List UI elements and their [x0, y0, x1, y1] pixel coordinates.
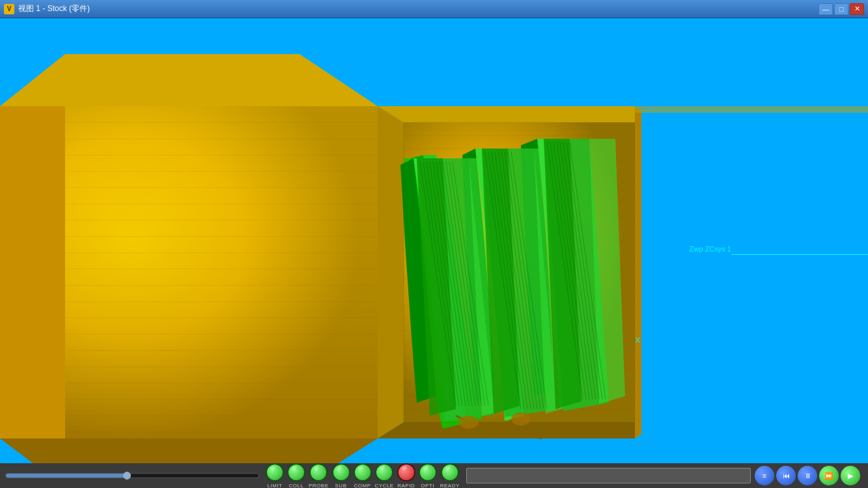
probe-button[interactable]: PROBE: [309, 463, 329, 489]
scene-svg: [0, 18, 868, 463]
svg-point-93: [459, 416, 479, 429]
axis-label: Zwp ZCsys 1: [690, 245, 731, 253]
bottom-bar: LIMIT COLL PROBE SUB CoMP CYCLE RAPID: [0, 463, 868, 488]
opti-button[interactable]: OPTI: [419, 463, 437, 489]
svg-point-94: [511, 412, 531, 425]
svg-marker-27: [378, 106, 404, 438]
skip-back-button[interactable]: ⏮: [776, 466, 796, 485]
ready-button[interactable]: READY: [440, 463, 460, 489]
app-icon: V: [4, 4, 14, 14]
rapid-button[interactable]: RAPID: [397, 463, 415, 489]
axis-x-label: X: [636, 336, 640, 344]
svg-marker-28: [378, 106, 635, 122]
title-left: V 视图 1 - Stock (零件): [4, 3, 90, 14]
title-controls: — □ ✕: [819, 3, 864, 15]
svg-marker-24: [0, 106, 65, 438]
progress-fill: [6, 474, 127, 478]
playback-controls: ≡ ⏮ ⏸ ⏩ ▶: [755, 466, 860, 485]
coll-button[interactable]: COLL: [287, 463, 305, 489]
progress-thumb[interactable]: [123, 472, 131, 480]
svg-marker-91: [635, 106, 641, 438]
progress-track[interactable]: [5, 473, 259, 478]
cycle-button[interactable]: CYCLE: [375, 463, 394, 489]
maximize-button[interactable]: □: [834, 3, 848, 15]
nav-menu-button[interactable]: ≡: [755, 466, 774, 485]
window-title: 视图 1 - Stock (零件): [18, 3, 90, 14]
step-forward-button[interactable]: ⏩: [819, 466, 839, 485]
axis-line-horizontal: [731, 254, 868, 255]
comp-button[interactable]: CoMP: [354, 463, 372, 489]
close-button[interactable]: ✕: [850, 3, 864, 15]
limit-button[interactable]: LIMIT: [266, 463, 284, 489]
status-buttons: LIMIT COLL PROBE SUB CoMP CYCLE RAPID: [266, 463, 460, 489]
sub-button[interactable]: SUB: [332, 463, 350, 489]
minimize-button[interactable]: —: [819, 3, 833, 15]
3d-viewport[interactable]: Zwp ZCsys 1 X: [0, 18, 868, 463]
status-input-area[interactable]: [466, 468, 751, 483]
svg-marker-92: [635, 106, 868, 113]
title-bar: V 视图 1 - Stock (零件) — □ ✕: [0, 0, 868, 18]
play-button[interactable]: ▶: [841, 466, 860, 485]
pause-button[interactable]: ⏸: [798, 466, 817, 485]
svg-marker-26: [0, 438, 378, 463]
